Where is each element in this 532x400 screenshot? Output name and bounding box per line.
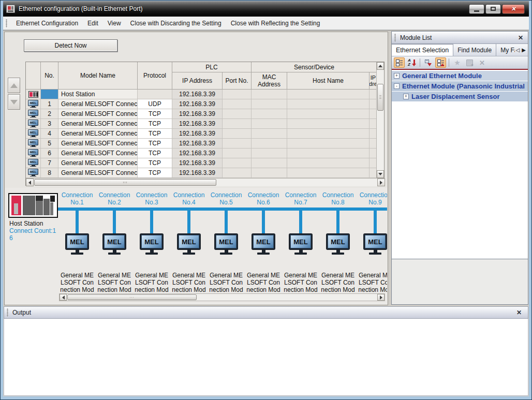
detect-now-button[interactable]: Detect Now xyxy=(24,39,117,52)
melsoft-device-node[interactable]: MEL xyxy=(65,233,89,255)
protocol-cell[interactable]: TCP xyxy=(138,139,172,149)
melsoft-device-node[interactable]: MEL xyxy=(289,233,313,255)
mac-address-cell[interactable] xyxy=(252,119,287,129)
close-button[interactable]: ✕ xyxy=(502,4,525,14)
vertical-scroll-thumb[interactable] xyxy=(377,84,383,111)
tree-item-ethernet-module-panasonic[interactable]: - Ethernet Module (Panasonic Industrial xyxy=(392,81,528,91)
port-no-cell[interactable] xyxy=(223,109,252,119)
protocol-cell[interactable]: TCP xyxy=(138,158,172,168)
tree-item-general-ethernet-module[interactable]: + General Ethernet Module xyxy=(392,71,528,81)
mac-address-cell[interactable] xyxy=(252,168,287,178)
table-row[interactable]: MEL 3 General MELSOFT Connection TCP 192… xyxy=(26,119,377,129)
model-name-cell[interactable]: General MELSOFT Connection xyxy=(58,158,138,168)
melsoft-device-node[interactable]: MEL xyxy=(252,233,275,255)
port-no-cell[interactable] xyxy=(223,99,252,109)
no-cell-selected[interactable] xyxy=(41,90,58,99)
host-name-cell[interactable] xyxy=(287,158,370,168)
module-list-close-button[interactable]: ✕ xyxy=(518,34,528,41)
tab-find-module[interactable]: Find Module xyxy=(453,44,496,56)
output-close-button[interactable]: ✕ xyxy=(516,309,528,316)
no-cell[interactable]: 2 xyxy=(41,109,58,119)
menu-close-reflect[interactable]: Close with Reflecting the Setting xyxy=(226,18,325,29)
port-no-cell[interactable] xyxy=(223,119,252,129)
table-row[interactable]: MEL 2 General MELSOFT Connection TCP 192… xyxy=(26,109,377,119)
mac-address-cell[interactable] xyxy=(252,109,287,119)
table-row[interactable]: MEL 7 General MELSOFT Connection TCP 192… xyxy=(26,158,377,168)
host-name-cell[interactable] xyxy=(287,129,370,139)
protocol-cell[interactable]: TCP xyxy=(138,149,172,158)
move-row-down-button[interactable] xyxy=(8,94,20,110)
host-name-cell[interactable] xyxy=(287,99,370,109)
horizontal-scroll-thumb[interactable] xyxy=(67,294,197,300)
table-row[interactable]: MEL 5 General MELSOFT Connection TCP 192… xyxy=(26,139,377,149)
mac-address-cell[interactable] xyxy=(252,90,287,99)
menu-edit[interactable]: Edit xyxy=(83,18,103,29)
no-cell[interactable]: 7 xyxy=(41,158,58,168)
table-row[interactable]: MEL 8 General MELSOFT Connection TCP 192… xyxy=(26,168,377,178)
ip-address-cell[interactable]: 192.168.3.39 xyxy=(172,158,223,168)
melsoft-device-node[interactable]: MEL xyxy=(326,233,350,255)
favorite-button[interactable]: ★ xyxy=(452,57,463,68)
output-content[interactable] xyxy=(4,319,528,396)
melsoft-device-node[interactable]: MEL xyxy=(177,233,201,255)
melsoft-device-node[interactable]: MEL xyxy=(140,233,164,255)
title-bar[interactable]: Ethernet configuration (Built-in Etherne… xyxy=(3,1,529,17)
menu-ethernet-configuration[interactable]: Ethernet Configuration xyxy=(11,18,83,29)
host-station-image[interactable] xyxy=(8,193,58,218)
ip-address-cell[interactable]: 192.168.3.39 xyxy=(172,139,223,149)
protocol-cell[interactable] xyxy=(138,90,172,99)
ip-address-cell[interactable]: 192.168.3.39 xyxy=(172,99,223,109)
mac-address-cell[interactable] xyxy=(252,139,287,149)
table-vertical-scrollbar[interactable] xyxy=(376,62,384,178)
model-name-cell[interactable]: General MELSOFT Connection xyxy=(58,109,138,119)
table-row[interactable]: MEL 6 General MELSOFT Connection TCP 192… xyxy=(26,149,377,158)
protocol-cell[interactable]: TCP xyxy=(138,109,172,119)
no-cell[interactable]: 3 xyxy=(41,119,58,129)
sort-az-button[interactable]: AZ xyxy=(406,57,417,68)
no-cell[interactable]: 4 xyxy=(41,129,58,139)
model-name-cell[interactable]: General MELSOFT Connection xyxy=(58,99,138,109)
protocol-cell[interactable]: TCP xyxy=(138,168,172,178)
port-no-cell[interactable] xyxy=(223,139,252,149)
restore-button[interactable] xyxy=(485,4,501,14)
move-row-up-button[interactable] xyxy=(8,78,20,93)
mac-address-cell[interactable] xyxy=(252,149,287,158)
scroll-up-button[interactable] xyxy=(377,62,384,70)
menu-view[interactable]: View xyxy=(103,18,126,29)
scroll-left-button[interactable] xyxy=(60,294,67,301)
collapse-tree-button[interactable] xyxy=(423,57,434,68)
host-name-cell[interactable] xyxy=(287,90,370,99)
host-name-cell[interactable] xyxy=(287,149,370,158)
model-name-cell[interactable]: General MELSOFT Connection xyxy=(58,149,138,158)
port-no-cell[interactable] xyxy=(223,168,252,178)
host-name-cell[interactable] xyxy=(287,139,370,149)
tab-scroll-right-icon[interactable]: ▶ xyxy=(522,47,526,53)
delete-favorite-button[interactable]: ✕ xyxy=(477,57,487,68)
host-name-cell[interactable] xyxy=(287,109,370,119)
host-name-cell[interactable] xyxy=(287,119,370,129)
no-cell[interactable]: 8 xyxy=(41,168,58,178)
menu-grip-icon[interactable] xyxy=(6,19,7,27)
port-no-cell[interactable] xyxy=(223,90,252,99)
port-no-cell[interactable] xyxy=(223,149,252,158)
scroll-right-button[interactable] xyxy=(377,179,385,186)
table-horizontal-scrollbar[interactable] xyxy=(26,178,385,186)
diagram-horizontal-scrollbar[interactable] xyxy=(59,293,385,301)
horizontal-scroll-thumb[interactable] xyxy=(34,179,216,186)
scroll-down-button[interactable] xyxy=(377,170,384,178)
scroll-left-button[interactable] xyxy=(26,179,34,186)
table-row-host-station[interactable]: Host Station 192.168.3.39 xyxy=(26,90,377,99)
menu-close-discard[interactable]: Close with Discarding the Setting xyxy=(126,18,226,29)
ip-address-cell[interactable]: 192.168.3.39 xyxy=(172,90,223,99)
scroll-right-button[interactable] xyxy=(377,294,385,301)
tab-ethernet-selection[interactable]: Ethernet Selection xyxy=(392,44,453,56)
expand-plus-icon[interactable]: + xyxy=(394,73,400,79)
output-header[interactable]: Output ✕ xyxy=(4,306,528,319)
module-list-header[interactable]: Module List ✕ xyxy=(392,32,528,44)
no-cell[interactable]: 1 xyxy=(41,99,58,109)
table-row[interactable]: MEL 4 General MELSOFT Connection TCP 192… xyxy=(26,129,377,139)
protocol-cell[interactable]: UDP xyxy=(138,99,172,109)
ip-address-cell[interactable]: 192.168.3.39 xyxy=(172,119,223,129)
model-name-cell[interactable]: General MELSOFT Connection xyxy=(58,129,138,139)
model-name-cell[interactable]: General MELSOFT Connection xyxy=(58,168,138,178)
